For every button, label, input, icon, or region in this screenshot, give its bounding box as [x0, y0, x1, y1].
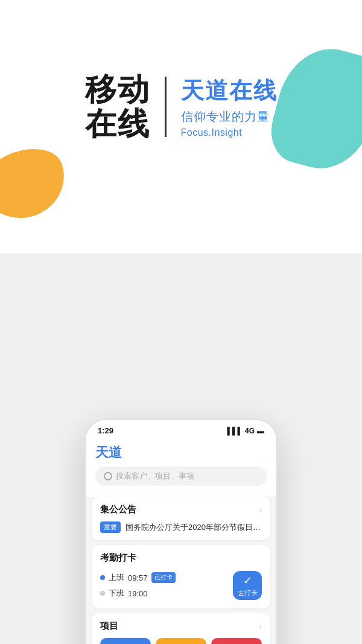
announcement-chevron-icon: › [259, 505, 262, 515]
stat-inprogress[interactable]: 7 进行中 [156, 638, 206, 644]
hero-divider [165, 77, 167, 137]
phone-content: 集公公告 › 重要 国务院办公厅关于2020年部分节假日安 ··· 考勤打卡 [86, 497, 276, 644]
checkin-time: 09:57 [128, 573, 148, 582]
stat-completed[interactable]: 26 已完成 [211, 638, 262, 644]
signal-icon: ▌▌▌ [227, 427, 243, 435]
phone-frame: 1:29 ▌▌▌ 4G ▬ 天道 搜索客户、项目、事项 集公公告 › [84, 419, 278, 644]
checkout-item: 下班 19:00 [100, 585, 233, 601]
hero-title: 天道在线 [181, 75, 278, 106]
projects-title: 项目 [100, 620, 118, 632]
important-badge: 重要 [100, 521, 121, 533]
announcement-title: 集公公告 [100, 504, 136, 515]
checkin-dot [100, 575, 105, 580]
punch-icon: ✓ [243, 574, 252, 587]
status-time: 1:29 [98, 426, 113, 435]
top-section: 移动 在线 天道在线 信仰专业的力量 Focus.Insight [0, 0, 362, 253]
network-label: 4G [245, 427, 255, 435]
attendance-header: 考勤打卡 [100, 552, 262, 564]
announcement-card[interactable]: 集公公告 › 重要 国务院办公厅关于2020年部分节假日安 ··· [92, 497, 270, 540]
checkin-label: 上班 [109, 572, 124, 583]
status-icons: ▌▌▌ 4G ▬ [227, 427, 264, 435]
decoration-yellow [0, 138, 75, 229]
hero-section: 移动 在线 天道在线 信仰专业的力量 Focus.Insight [0, 72, 362, 141]
attendance-title: 考勤打卡 [100, 552, 136, 564]
announcement-row: 重要 国务院办公厅关于2020年部分节假日安 ··· [100, 521, 262, 533]
checkin-status-badge: 已打卡 [151, 572, 176, 583]
app-header: 天道 搜索客户、项目、事项 [86, 439, 276, 492]
announcement-text: 国务院办公厅关于2020年部分节假日安 ··· [125, 522, 262, 533]
attendance-card: 考勤打卡 上班 09:57 已打卡 下班 19:00 [92, 545, 270, 608]
battery-icon: ▬ [257, 427, 264, 435]
search-placeholder: 搜索客户、项目、事项 [116, 471, 194, 482]
search-bar[interactable]: 搜索客户、项目、事项 [95, 467, 267, 486]
phone-mockup: 1:29 ▌▌▌ 4G ▬ 天道 搜索客户、项目、事项 集公公告 › [84, 419, 278, 644]
projects-card: 项目 › 52 全部 7 进行中 26 已完成 [92, 613, 270, 644]
checkout-label: 下班 [109, 588, 124, 599]
checkout-time: 19:00 [128, 589, 148, 598]
attendance-row: 上班 09:57 已打卡 下班 19:00 ✓ 去打卡 [100, 570, 262, 601]
hero-right-text: 天道在线 信仰专业的力量 Focus.Insight [181, 75, 278, 138]
punch-button[interactable]: ✓ 去打卡 [233, 571, 262, 600]
status-bar: 1:29 ▌▌▌ 4G ▬ [86, 420, 276, 439]
search-icon [104, 472, 112, 480]
projects-chevron-icon: › [259, 622, 262, 631]
app-title: 天道 [95, 444, 267, 462]
projects-header: 项目 › [100, 620, 262, 632]
checkin-item: 上班 09:57 已打卡 [100, 570, 233, 585]
announcement-header: 集公公告 › [100, 504, 262, 515]
hero-tagline: Focus.Insight [181, 127, 278, 138]
project-stats: 52 全部 7 进行中 26 已完成 [100, 638, 262, 644]
hero-left-text: 移动 在线 [85, 72, 150, 141]
checkout-dot [100, 591, 105, 596]
attendance-times: 上班 09:57 已打卡 下班 19:00 [100, 570, 233, 601]
punch-button-label: 去打卡 [238, 588, 258, 598]
stat-all[interactable]: 52 全部 [100, 638, 151, 644]
hero-subtitle: 信仰专业的力量 [181, 109, 278, 125]
